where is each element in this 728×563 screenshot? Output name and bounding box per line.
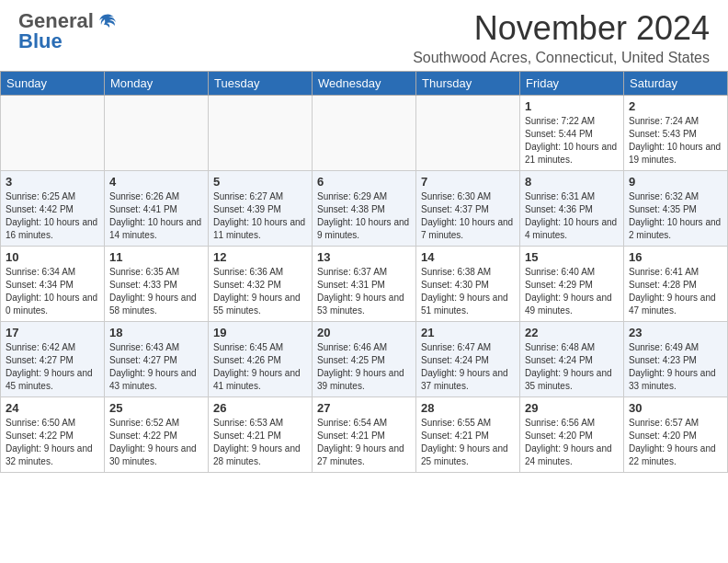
day-info: Sunrise: 6:47 AM Sunset: 4:24 PM Dayligh… xyxy=(421,341,515,393)
calendar-cell: 17Sunrise: 6:42 AM Sunset: 4:27 PM Dayli… xyxy=(1,322,105,397)
day-info: Sunrise: 6:48 AM Sunset: 4:24 PM Dayligh… xyxy=(525,341,619,393)
weekday-header-wednesday: Wednesday xyxy=(313,72,416,96)
day-info: Sunrise: 6:25 AM Sunset: 4:42 PM Dayligh… xyxy=(6,190,99,242)
calendar-cell: 23Sunrise: 6:49 AM Sunset: 4:23 PM Dayli… xyxy=(624,322,728,397)
logo-bird-icon xyxy=(97,11,118,31)
day-number: 4 xyxy=(109,175,203,189)
day-number: 9 xyxy=(629,175,722,189)
day-number: 13 xyxy=(317,250,411,264)
day-number: 20 xyxy=(317,326,411,339)
day-number: 14 xyxy=(421,250,515,264)
day-info: Sunrise: 6:53 AM Sunset: 4:21 PM Dayligh… xyxy=(213,417,307,468)
day-info: Sunrise: 6:50 AM Sunset: 4:22 PM Dayligh… xyxy=(6,417,99,468)
day-number: 12 xyxy=(213,250,307,264)
day-number: 25 xyxy=(109,401,203,415)
calendar-cell: 26Sunrise: 6:53 AM Sunset: 4:21 PM Dayli… xyxy=(209,397,313,473)
week-row-5: 24Sunrise: 6:50 AM Sunset: 4:22 PM Dayli… xyxy=(1,397,728,473)
calendar-cell: 14Sunrise: 6:38 AM Sunset: 4:30 PM Dayli… xyxy=(416,247,520,322)
day-info: Sunrise: 6:27 AM Sunset: 4:39 PM Dayligh… xyxy=(213,190,307,242)
weekday-header-saturday: Saturday xyxy=(624,72,728,96)
week-row-3: 10Sunrise: 6:34 AM Sunset: 4:34 PM Dayli… xyxy=(1,247,728,322)
day-number: 22 xyxy=(525,326,619,339)
day-number: 21 xyxy=(421,326,515,339)
calendar-cell: 18Sunrise: 6:43 AM Sunset: 4:27 PM Dayli… xyxy=(105,322,209,397)
calendar-cell: 6Sunrise: 6:29 AM Sunset: 4:38 PM Daylig… xyxy=(313,171,416,247)
day-number: 8 xyxy=(525,175,619,189)
day-info: Sunrise: 6:52 AM Sunset: 4:22 PM Dayligh… xyxy=(109,417,203,468)
day-number: 24 xyxy=(6,401,99,415)
weekday-header-tuesday: Tuesday xyxy=(209,72,313,96)
day-info: Sunrise: 6:36 AM Sunset: 4:32 PM Dayligh… xyxy=(213,266,307,317)
weekday-header-thursday: Thursday xyxy=(416,72,520,96)
day-number: 5 xyxy=(213,175,307,189)
calendar-cell: 25Sunrise: 6:52 AM Sunset: 4:22 PM Dayli… xyxy=(105,397,209,473)
calendar-table: SundayMondayTuesdayWednesdayThursdayFrid… xyxy=(0,71,728,473)
calendar-cell: 8Sunrise: 6:31 AM Sunset: 4:36 PM Daylig… xyxy=(520,171,624,247)
day-number: 1 xyxy=(525,99,619,113)
calendar-cell: 24Sunrise: 6:50 AM Sunset: 4:22 PM Dayli… xyxy=(1,397,105,473)
calendar-cell: 13Sunrise: 6:37 AM Sunset: 4:31 PM Dayli… xyxy=(313,247,416,322)
calendar-cell: 30Sunrise: 6:57 AM Sunset: 4:20 PM Dayli… xyxy=(624,397,728,473)
week-row-4: 17Sunrise: 6:42 AM Sunset: 4:27 PM Dayli… xyxy=(1,322,728,397)
day-info: Sunrise: 6:49 AM Sunset: 4:23 PM Dayligh… xyxy=(629,341,722,393)
day-info: Sunrise: 6:46 AM Sunset: 4:25 PM Dayligh… xyxy=(317,341,411,393)
day-number: 11 xyxy=(109,250,203,264)
day-info: Sunrise: 6:45 AM Sunset: 4:26 PM Dayligh… xyxy=(213,341,307,393)
day-info: Sunrise: 6:37 AM Sunset: 4:31 PM Dayligh… xyxy=(317,266,411,317)
calendar-cell: 12Sunrise: 6:36 AM Sunset: 4:32 PM Dayli… xyxy=(209,247,313,322)
week-row-1: 1Sunrise: 7:22 AM Sunset: 5:44 PM Daylig… xyxy=(1,96,728,171)
week-row-2: 3Sunrise: 6:25 AM Sunset: 4:42 PM Daylig… xyxy=(1,171,728,247)
calendar-cell: 10Sunrise: 6:34 AM Sunset: 4:34 PM Dayli… xyxy=(1,247,105,322)
calendar-cell: 7Sunrise: 6:30 AM Sunset: 4:37 PM Daylig… xyxy=(416,171,520,247)
calendar-cell: 19Sunrise: 6:45 AM Sunset: 4:26 PM Dayli… xyxy=(209,322,313,397)
day-number: 19 xyxy=(213,326,307,339)
day-number: 30 xyxy=(629,401,722,415)
day-number: 7 xyxy=(421,175,515,189)
day-number: 29 xyxy=(525,401,619,415)
day-info: Sunrise: 7:22 AM Sunset: 5:44 PM Dayligh… xyxy=(525,115,619,167)
day-info: Sunrise: 6:42 AM Sunset: 4:27 PM Dayligh… xyxy=(6,341,99,393)
calendar-cell xyxy=(209,96,313,171)
calendar-cell xyxy=(1,96,105,171)
day-number: 17 xyxy=(6,326,99,339)
day-info: Sunrise: 6:40 AM Sunset: 4:29 PM Dayligh… xyxy=(525,266,619,317)
calendar-cell xyxy=(416,96,520,171)
location: Southwood Acres, Connecticut, United Sta… xyxy=(413,50,710,66)
calendar-cell: 22Sunrise: 6:48 AM Sunset: 4:24 PM Dayli… xyxy=(520,322,624,397)
day-info: Sunrise: 6:54 AM Sunset: 4:21 PM Dayligh… xyxy=(317,417,411,468)
day-number: 23 xyxy=(629,326,722,339)
day-info: Sunrise: 6:26 AM Sunset: 4:41 PM Dayligh… xyxy=(109,190,203,242)
day-number: 2 xyxy=(629,99,722,113)
calendar-cell: 3Sunrise: 6:25 AM Sunset: 4:42 PM Daylig… xyxy=(1,171,105,247)
day-number: 10 xyxy=(6,250,99,264)
weekday-header-friday: Friday xyxy=(520,72,624,96)
day-info: Sunrise: 6:55 AM Sunset: 4:21 PM Dayligh… xyxy=(421,417,515,468)
logo: General Blue xyxy=(18,9,118,53)
day-info: Sunrise: 6:38 AM Sunset: 4:30 PM Dayligh… xyxy=(421,266,515,317)
day-info: Sunrise: 6:34 AM Sunset: 4:34 PM Dayligh… xyxy=(6,266,99,317)
day-number: 15 xyxy=(525,250,619,264)
day-number: 27 xyxy=(317,401,411,415)
day-number: 28 xyxy=(421,401,515,415)
calendar-cell: 15Sunrise: 6:40 AM Sunset: 4:29 PM Dayli… xyxy=(520,247,624,322)
day-number: 16 xyxy=(629,250,722,264)
calendar-cell: 16Sunrise: 6:41 AM Sunset: 4:28 PM Dayli… xyxy=(624,247,728,322)
month-title: November 2024 xyxy=(413,9,710,48)
weekday-header-monday: Monday xyxy=(105,72,209,96)
title-section: November 2024 Southwood Acres, Connectic… xyxy=(413,9,710,66)
page-header: General Blue November 2024 Southwood Acr… xyxy=(0,0,728,71)
day-info: Sunrise: 6:31 AM Sunset: 4:36 PM Dayligh… xyxy=(525,190,619,242)
calendar-cell: 28Sunrise: 6:55 AM Sunset: 4:21 PM Dayli… xyxy=(416,397,520,473)
calendar-cell: 20Sunrise: 6:46 AM Sunset: 4:25 PM Dayli… xyxy=(313,322,416,397)
calendar-cell: 2Sunrise: 7:24 AM Sunset: 5:43 PM Daylig… xyxy=(624,96,728,171)
day-info: Sunrise: 6:41 AM Sunset: 4:28 PM Dayligh… xyxy=(629,266,722,317)
weekday-header-sunday: Sunday xyxy=(1,72,105,96)
day-info: Sunrise: 6:30 AM Sunset: 4:37 PM Dayligh… xyxy=(421,190,515,242)
calendar-cell: 5Sunrise: 6:27 AM Sunset: 4:39 PM Daylig… xyxy=(209,171,313,247)
logo-blue-text: Blue xyxy=(18,29,63,53)
day-number: 26 xyxy=(213,401,307,415)
calendar-cell: 29Sunrise: 6:56 AM Sunset: 4:20 PM Dayli… xyxy=(520,397,624,473)
calendar-cell xyxy=(313,96,416,171)
day-number: 6 xyxy=(317,175,411,189)
calendar-cell: 1Sunrise: 7:22 AM Sunset: 5:44 PM Daylig… xyxy=(520,96,624,171)
